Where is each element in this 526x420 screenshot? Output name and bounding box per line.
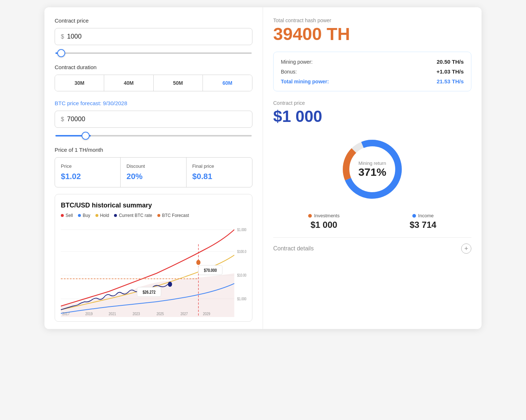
contract-duration-label: Contract duration xyxy=(55,64,252,70)
sell-label: Sell xyxy=(66,213,73,218)
investments-dot xyxy=(308,214,312,218)
contract-price-display: 1000 xyxy=(67,33,82,40)
price-cell-value: $1.02 xyxy=(61,172,114,181)
chart-svg: $26.272 $70.000 $1.000.000 $100.000 $10.… xyxy=(61,222,246,317)
investments-label-row: Investments xyxy=(308,213,339,218)
contract-price-slider[interactable] xyxy=(55,52,252,54)
hash-power-label: Total contract hash power xyxy=(273,17,471,23)
legend-buy: Buy xyxy=(78,213,90,218)
contract-price-input-box: $ 1000 xyxy=(55,28,252,45)
mining-power-row: Mining power: 20.50 TH/s xyxy=(281,59,464,65)
svg-text:$10.000: $10.000 xyxy=(237,273,246,277)
btc-forecast-date: 9/30/2028 xyxy=(103,100,127,106)
svg-text:$100.000: $100.000 xyxy=(237,250,246,254)
btc-forecast-legend-label: BTC Forecast xyxy=(162,213,189,218)
hold-label: Hold xyxy=(100,213,109,218)
income-dot xyxy=(412,214,416,218)
svg-text:$1.000.000: $1.000.000 xyxy=(237,228,246,232)
income-amount: $3 714 xyxy=(409,220,436,230)
svg-text:2025: 2025 xyxy=(157,312,164,316)
income-item: Income $3 714 xyxy=(409,213,436,230)
donut-svg-wrapper: Mining return 371% xyxy=(336,133,409,206)
mining-return-label: Mining return xyxy=(358,161,386,166)
investments-row: Investments $1 000 Income $3 714 xyxy=(273,213,471,230)
duration-tab-50m[interactable]: 50M xyxy=(154,75,203,91)
mining-power-label: Mining power: xyxy=(281,59,313,65)
legend-btc-forecast: BTC Forecast xyxy=(157,213,189,218)
btc-price-input-box: $ 70000 xyxy=(55,111,252,128)
price-th-grid: Price $1.02 Discount 20% Final price $0.… xyxy=(55,157,252,187)
price-cell-label: Price xyxy=(61,163,114,169)
current-btc-label: Current BTC rate xyxy=(119,213,152,218)
total-mining-label: Total mining power: xyxy=(281,79,329,84)
contract-details-label: Contract details xyxy=(273,245,314,252)
total-mining-row: Total mining power: 21.53 TH/s xyxy=(281,78,464,84)
svg-text:$1.000: $1.000 xyxy=(237,297,246,301)
right-panel: Total contract hash power 39400 TH Minin… xyxy=(263,7,482,329)
dollar-symbol-2: $ xyxy=(61,116,64,123)
svg-text:2027: 2027 xyxy=(180,312,188,316)
bonus-value: +1.03 TH/s xyxy=(436,68,464,75)
hash-power-value: 39400 TH xyxy=(273,25,471,43)
mining-power-value: 20.50 TH/s xyxy=(437,59,464,65)
current-btc-circle xyxy=(168,282,172,287)
discount-cell-value: 20% xyxy=(126,172,180,181)
income-label: Income xyxy=(418,213,434,218)
sell-dot xyxy=(61,214,64,217)
mining-return-value: 371% xyxy=(358,166,386,178)
investments-label: Investments xyxy=(314,213,339,218)
legend-current-btc: Current BTC rate xyxy=(114,213,152,218)
price-th-section: Price of 1 TH/month Price $1.02 Discount… xyxy=(55,147,252,187)
hold-dot xyxy=(95,214,98,217)
current-btc-dot xyxy=(114,214,117,217)
contract-details-row[interactable]: Contract details + xyxy=(273,237,471,254)
contract-price-right-value: $1 000 xyxy=(273,107,471,126)
final-price-label: Final price xyxy=(192,163,246,169)
bonus-row: Bonus: +1.03 TH/s xyxy=(281,68,464,75)
total-mining-value: 21.53 TH/s xyxy=(437,78,464,84)
left-panel: Contract price $ 1000 Contract duration … xyxy=(44,7,263,329)
duration-tab-60m[interactable]: 60M xyxy=(203,75,252,91)
svg-text:2019: 2019 xyxy=(85,312,93,316)
btc-forecast-dot xyxy=(157,214,160,217)
svg-text:2029: 2029 xyxy=(203,312,210,316)
chart-wrapper: $26.272 $70.000 $1.000.000 $100.000 $10.… xyxy=(61,222,246,317)
forecast-btc-circle xyxy=(196,260,200,265)
btc-forecast-label: BTC price forecast: 9/30/2028 xyxy=(55,100,252,106)
svg-text:2021: 2021 xyxy=(109,312,116,316)
contract-price-label: Contract price xyxy=(55,17,252,24)
discount-cell: Discount 20% xyxy=(121,158,186,187)
investments-item: Investments $1 000 xyxy=(308,213,339,230)
donut-container: Mining return 371% xyxy=(273,133,471,206)
contract-price-slider-container[interactable] xyxy=(55,49,252,55)
investments-amount: $1 000 xyxy=(310,220,337,230)
btc-price-slider-container[interactable] xyxy=(55,131,252,138)
mining-power-box: Mining power: 20.50 TH/s Bonus: +1.03 TH… xyxy=(273,52,471,91)
btc-price-slider[interactable] xyxy=(55,135,252,136)
discount-cell-label: Discount xyxy=(126,163,180,169)
duration-tab-40m[interactable]: 40M xyxy=(104,75,153,91)
hash-power-section: Total contract hash power 39400 TH xyxy=(273,17,471,43)
svg-text:$26.272: $26.272 xyxy=(142,290,156,294)
chart-title: BTC/USD historical summary xyxy=(61,202,246,209)
income-label-row: Income xyxy=(412,213,434,218)
btc-price-display: 70000 xyxy=(67,115,85,123)
duration-tab-30m[interactable]: 30M xyxy=(55,75,104,91)
buy-label: Buy xyxy=(83,213,90,218)
donut-center-text: Mining return 371% xyxy=(358,161,386,178)
contract-price-right-label: Contract price xyxy=(273,100,471,106)
final-price-value: $0.81 xyxy=(192,172,246,181)
contract-details-expand-button[interactable]: + xyxy=(461,243,471,254)
svg-text:2023: 2023 xyxy=(133,312,140,316)
bonus-label: Bonus: xyxy=(281,69,297,75)
buy-dot xyxy=(78,214,81,217)
final-price-cell: Final price $0.81 xyxy=(187,158,252,187)
dollar-symbol-1: $ xyxy=(61,33,64,40)
price-cell: Price $1.02 xyxy=(55,158,121,187)
duration-tabs: 30M 40M 50M 60M xyxy=(55,75,252,91)
legend-hold: Hold xyxy=(95,213,109,218)
chart-section: BTC/USD historical summary Sell Buy Hold… xyxy=(55,194,252,322)
price-th-label: Price of 1 TH/month xyxy=(55,147,252,153)
chart-legend: Sell Buy Hold Current BTC rate BTC Forec… xyxy=(61,213,246,218)
legend-sell: Sell xyxy=(61,213,73,218)
